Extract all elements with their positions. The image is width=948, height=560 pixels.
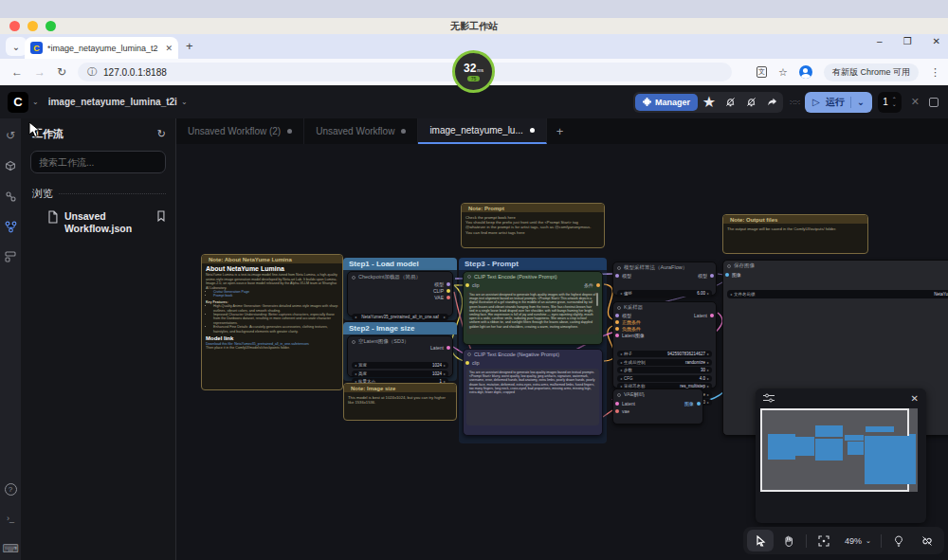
conditioning-output-port[interactable] (596, 283, 600, 287)
vae-input-port[interactable] (615, 409, 619, 413)
comfyui-logo[interactable]: C (8, 92, 28, 113)
toggle-links-button[interactable] (914, 530, 940, 551)
browser-tab-active[interactable]: C *image_netayume_lumina_t2 ✕ (25, 37, 178, 59)
layout-icon[interactable] (3, 249, 18, 264)
browser-menu-icon[interactable]: ⋮ (930, 66, 940, 79)
share-icon[interactable] (762, 94, 781, 111)
manager-button[interactable]: Manager (635, 94, 698, 111)
model-library-icon[interactable] (3, 158, 18, 173)
workflow-search[interactable] (30, 151, 166, 173)
note-prompt-node[interactable]: Note: Prompt Check the prompt book here … (461, 203, 605, 248)
panel-toggle-icon[interactable] (929, 98, 939, 107)
filename-prefix-widget[interactable]: 文件名前缀NetaYu (727, 290, 948, 298)
new-tab-button[interactable]: + (186, 39, 193, 53)
clip-input-port[interactable] (465, 361, 469, 365)
chevron-down-icon[interactable]: ⌄ (857, 97, 865, 107)
reload-icon[interactable]: ↻ (57, 65, 66, 79)
minimap-panel[interactable]: ✕ (756, 388, 926, 523)
address-bar[interactable]: ⓘ 127.0.0.1:8188 (78, 63, 732, 81)
window-maximize-button[interactable]: ❐ (903, 36, 912, 46)
bell-mute-icon[interactable] (720, 94, 739, 111)
workflow-tab-1[interactable]: Unsaved Workflow (2) (176, 118, 304, 144)
workflow-tab-2[interactable]: Unsaved Workflow (304, 118, 418, 144)
tab-close-icon[interactable]: ✕ (165, 44, 173, 53)
empty-latent-node[interactable]: 空Latent图像（SD3） Latent 宽度1024 高度1024 批量大小… (347, 335, 453, 377)
refresh-icon[interactable]: ↻ (157, 128, 166, 140)
bell-mute-icon[interactable] (741, 94, 760, 111)
keyboard-icon[interactable]: ⌨ (3, 541, 18, 556)
workflow-name[interactable]: image_netayume_lumina_t2i (48, 97, 177, 107)
url-text[interactable]: 127.0.0.1:8188 (103, 67, 167, 78)
profile-avatar[interactable] (799, 65, 812, 79)
note-image-size-node[interactable]: Note: Image size This model is best at 1… (343, 383, 457, 421)
note-output-files-node[interactable]: Note: Output files The output image will… (722, 214, 868, 254)
drag-grip-icon[interactable]: ⁙⁙ (789, 98, 799, 107)
control-after-generate-widget[interactable]: 生成后控制randomize (617, 359, 712, 366)
textarea-scrollbar[interactable] (596, 293, 598, 306)
search-input[interactable] (39, 157, 164, 168)
unsaved-dot-icon[interactable] (401, 129, 406, 134)
chevron-down-icon[interactable]: ⌄ (181, 98, 188, 106)
batch-count-stepper[interactable]: 1 ⌃ ⌄ (878, 92, 902, 113)
help-icon[interactable]: ? (5, 483, 17, 496)
window-close-button[interactable]: ✕ (933, 36, 940, 46)
tab-search-button[interactable]: ⌄ (6, 37, 27, 56)
cancel-run-icon[interactable]: ✕ (911, 96, 920, 108)
note-about-node[interactable]: Note: About NetaYume Lumina About NetaYu… (201, 254, 343, 390)
terminal-icon[interactable]: ›_ (3, 511, 18, 526)
checkpoint-loader-node[interactable]: Checkpoint加载器（简易） 模型 CLIP VAE NetaYumev3… (347, 271, 453, 316)
history-icon[interactable]: ↺ (3, 128, 18, 143)
chrome-update-button[interactable]: 有新版 Chrome 可用 (824, 63, 919, 81)
theme-toggle-button[interactable] (885, 530, 912, 551)
new-workflow-tab-button[interactable]: + (547, 118, 574, 144)
minimap-canvas[interactable] (760, 408, 918, 492)
workflow-list-item[interactable]: Unsaved Workflow.json (21, 207, 175, 239)
zoom-control[interactable]: 49% ⌄ (839, 536, 877, 546)
bookmark-icon[interactable] (156, 210, 166, 222)
negative-prompt-textarea[interactable]: You are an assistant designed to generat… (466, 369, 599, 425)
note-link[interactable]: Download this file: NetaYumev35_pretrain… (206, 342, 309, 346)
unsaved-dot-icon[interactable] (530, 128, 535, 133)
step-down-icon[interactable]: ⌄ (892, 102, 897, 107)
window-minimize-button[interactable]: – (877, 36, 883, 46)
model-sampling-auraflow-node[interactable]: 模型采样算法（AuraFlow） 模型 模型 偏移6.00 (612, 262, 717, 296)
seed-widget[interactable]: 种子9425907836214627 (617, 351, 712, 357)
model-output-port[interactable] (710, 274, 714, 278)
fit-view-button[interactable] (811, 530, 837, 551)
vae-decode-node[interactable]: VAE解码 Latent vae 图像 (612, 388, 703, 425)
node-canvas[interactable]: Note: Prompt Check the prompt book here … (176, 144, 948, 560)
positive-prompt-textarea[interactable]: You are an assistant designed to generat… (466, 291, 599, 334)
clip-input-port[interactable] (465, 283, 469, 287)
forward-icon[interactable]: → (34, 65, 46, 79)
model-output-port[interactable] (447, 282, 450, 286)
latent-input-port[interactable] (615, 334, 619, 337)
latent-output-port[interactable] (710, 314, 714, 317)
clip-output-port[interactable] (447, 289, 450, 293)
workflows-icon[interactable] (3, 219, 18, 234)
negative-input-port[interactable] (615, 327, 619, 331)
clip-encode-positive-node[interactable]: CLIP Text Encode (Positive Prompt) clip … (463, 271, 603, 345)
vae-output-port[interactable] (447, 296, 450, 299)
width-widget[interactable]: 宽度1024 (352, 362, 448, 369)
back-icon[interactable]: ← (11, 65, 23, 79)
pan-tool-button[interactable] (775, 530, 802, 551)
unsaved-dot-icon[interactable] (287, 129, 292, 134)
favorites-star-icon[interactable]: ★ (700, 94, 719, 111)
clip-encode-negative-node[interactable]: CLIP Text Encode (Negative Prompt) clip … (463, 349, 603, 436)
cfg-widget[interactable]: CFG4.0 (617, 375, 712, 382)
select-tool-button[interactable] (747, 530, 774, 551)
minimap-settings-icon[interactable] (763, 393, 775, 403)
bookmark-star-icon[interactable]: ☆ (778, 66, 788, 79)
latent-input-port[interactable] (615, 402, 619, 406)
note-link[interactable]: Prompt book (213, 294, 232, 298)
image-input-port[interactable] (725, 273, 729, 277)
shift-widget[interactable]: 偏移6.00 (617, 290, 712, 297)
steps-widget[interactable]: 步数30 (617, 367, 712, 373)
ksampler-node[interactable]: K采样器 模型 正面条件 负面条件 Latent图像 Latent 种子9425… (612, 301, 717, 388)
site-info-icon[interactable]: ⓘ (87, 65, 97, 79)
run-button[interactable]: ▷ 运行 ⌄ (805, 92, 872, 113)
node-library-icon[interactable] (3, 189, 18, 204)
ckpt-name-widget[interactable]: NetaYumev35_pretrained_all_in_one.saf (352, 314, 448, 320)
translate-icon[interactable]: 文 (757, 66, 767, 78)
minimap-close-icon[interactable]: ✕ (911, 393, 919, 404)
